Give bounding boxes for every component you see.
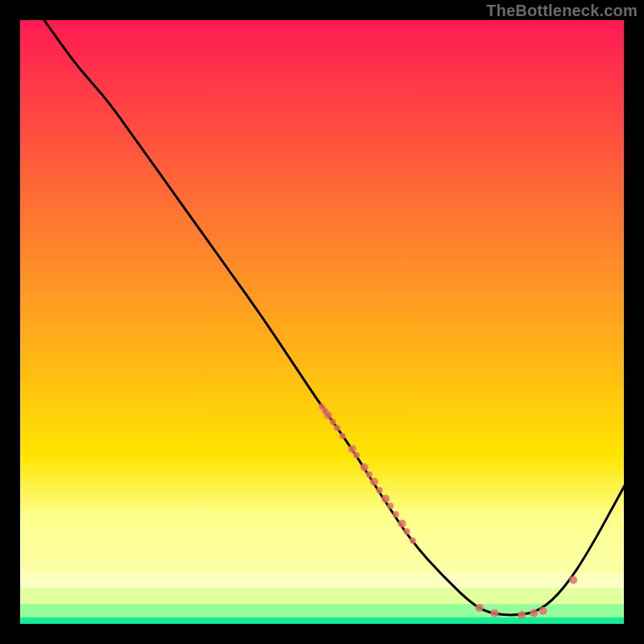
data-point bbox=[370, 478, 378, 486]
data-point bbox=[398, 519, 406, 527]
data-point bbox=[330, 419, 336, 425]
attribution-text: TheBottleneck.com bbox=[486, 2, 638, 20]
data-point bbox=[334, 425, 341, 431]
data-point bbox=[410, 538, 416, 544]
band-3 bbox=[19, 617, 625, 625]
data-point bbox=[387, 503, 394, 510]
data-point bbox=[476, 604, 484, 612]
data-point bbox=[353, 452, 360, 458]
gradient-background bbox=[19, 19, 625, 625]
data-point bbox=[376, 487, 382, 493]
data-point bbox=[530, 609, 538, 617]
data-point bbox=[393, 511, 399, 518]
data-point bbox=[539, 607, 547, 615]
data-point bbox=[490, 609, 498, 617]
data-point bbox=[340, 432, 346, 439]
bottleneck-chart bbox=[19, 19, 625, 625]
chart-frame bbox=[19, 19, 625, 625]
data-point bbox=[349, 445, 357, 453]
data-point bbox=[382, 495, 390, 503]
data-point bbox=[324, 411, 332, 419]
data-point bbox=[569, 576, 577, 584]
data-point bbox=[403, 528, 410, 535]
data-point bbox=[518, 611, 526, 619]
data-point bbox=[366, 472, 373, 478]
data-point bbox=[361, 464, 369, 472]
